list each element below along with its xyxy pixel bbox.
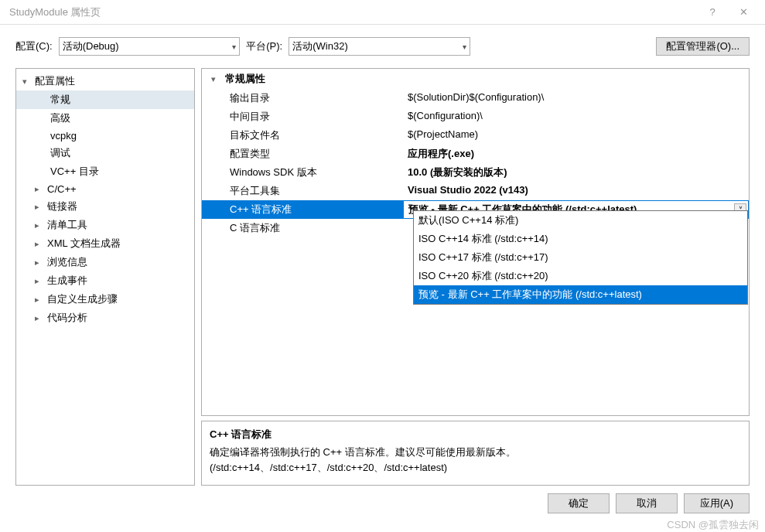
window-title: StudyModule 属性页 [6,5,697,19]
property-row[interactable]: 配置类型应用程序(.exe) [202,145,749,163]
config-value: 活动(Debug) [63,39,119,53]
description-text: 确定编译器将强制执行的 C++ 语言标准。建议尽可能使用最新版本。(/std:c… [210,445,741,475]
tree-item-general[interactable]: 常规 [16,90,194,109]
tree-item-xmldoc[interactable]: XML 文档生成器 [16,234,194,253]
property-row[interactable]: 平台工具集Visual Studio 2022 (v143) [202,182,749,200]
property-row[interactable]: 输出目录$(SolutionDir)$(Configuration)\ [202,89,749,107]
tree-arrow-right-icon [35,257,44,268]
tree-arrow-right-icon [35,313,44,323]
tree-item-debug[interactable]: 调试 [16,144,194,162]
config-label: 配置(C): [15,39,53,53]
description-panel: C++ 语言标准 确定编译器将强制执行的 C++ 语言标准。建议尽可能使用最新版… [201,421,750,486]
property-grid: 常规属性 输出目录$(SolutionDir)$(Configuration)\… [201,68,750,416]
tree-root-label: 配置属性 [35,74,75,88]
help-button[interactable]: ? [697,1,728,24]
close-button[interactable]: ✕ [728,1,759,24]
platform-label: 平台(P): [246,39,282,53]
tree-arrow-right-icon [35,295,44,305]
dropdown-option[interactable]: ISO C++14 标准 (/std:c++14) [414,230,747,248]
platform-value: 活动(Win32) [292,39,348,53]
dialog-buttons: 确定 取消 应用(A) [0,486,765,521]
tree-panel: 配置属性 常规 高级 vcpkg 调试 VC++ 目录 C/C++ 链接器 清单… [15,68,195,486]
dropdown-option[interactable]: 默认(ISO C++14 标准) [414,211,747,230]
tree-item-advanced[interactable]: 高级 [16,109,194,128]
tree-arrow-right-icon [35,220,44,230]
dropdown-list: 默认(ISO C++14 标准) ISO C++14 标准 (/std:c++1… [413,210,748,305]
property-row[interactable]: 中间目录$(Configuration)\ [202,107,749,126]
ok-button[interactable]: 确定 [548,493,610,513]
property-category-header[interactable]: 常规属性 [202,69,749,89]
tree-item-ccpp[interactable]: C/C++ [16,181,194,197]
tree-arrow-down-icon [22,77,32,87]
tree-item-buildevents[interactable]: 生成事件 [16,271,194,290]
config-manager-button[interactable]: 配置管理器(O)... [656,37,750,56]
tree-item-vcpkg[interactable]: vcpkg [16,128,194,144]
platform-select[interactable]: 活动(Win32) ▾ [289,37,470,56]
tree-item-linker[interactable]: 链接器 [16,197,194,216]
property-row[interactable]: Windows SDK 版本10.0 (最新安装的版本) [202,163,749,182]
dropdown-option[interactable]: ISO C++17 标准 (/std:c++17) [414,248,747,267]
config-select[interactable]: 活动(Debug) ▾ [59,37,241,56]
tree-root-config[interactable]: 配置属性 [16,72,194,90]
tree-item-vcdir[interactable]: VC++ 目录 [16,162,194,181]
property-row[interactable]: 目标文件名$(ProjectName) [202,126,749,145]
cancel-button[interactable]: 取消 [616,493,678,513]
title-bar: StudyModule 属性页 ? ✕ [0,0,765,25]
tree-item-codeanalysis[interactable]: 代码分析 [16,309,194,327]
dropdown-option-selected[interactable]: 预览 - 最新 C++ 工作草案中的功能 (/std:c++latest) [414,285,747,304]
tree-arrow-right-icon [35,276,44,286]
chevron-down-icon: ▾ [463,43,466,51]
config-bar: 配置(C): 活动(Debug) ▾ 平台(P): 活动(Win32) ▾ 配置… [0,25,765,68]
property-category-label: 常规属性 [225,72,265,86]
tree-arrow-right-icon [35,239,44,249]
tree-arrow-right-icon [35,184,44,194]
dropdown-option[interactable]: ISO C++20 标准 (/std:c++20) [414,267,747,285]
description-title: C++ 语言标准 [210,428,741,442]
tree-item-manifest[interactable]: 清单工具 [16,216,194,234]
tree-arrow-down-icon [211,74,220,84]
tree-arrow-right-icon [35,202,44,212]
watermark: CSDN @孤雲独去闲 [667,518,759,532]
tree-item-custombuild[interactable]: 自定义生成步骤 [16,290,194,309]
apply-button[interactable]: 应用(A) [684,493,750,513]
chevron-down-icon: ▾ [232,43,236,51]
tree-item-browse[interactable]: 浏览信息 [16,253,194,271]
